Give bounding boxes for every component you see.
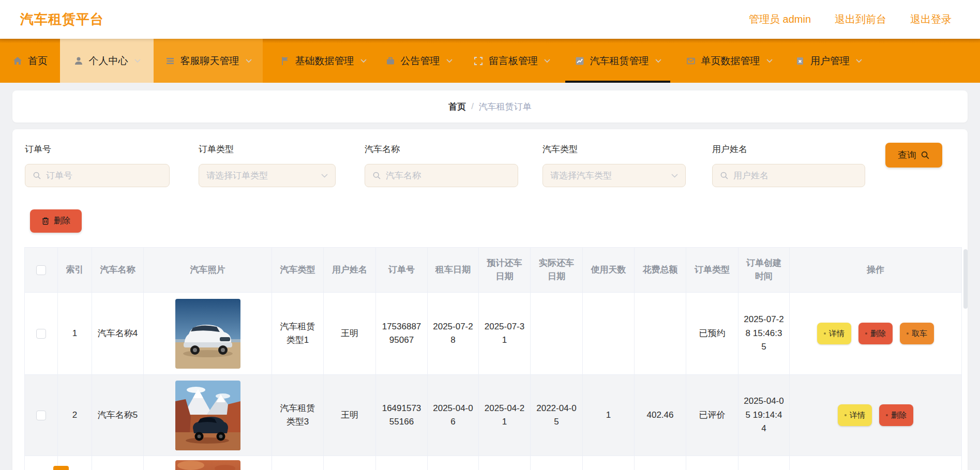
col-header-car-type: 汽车类型 [272, 248, 324, 293]
col-header-days: 使用天数 [583, 248, 635, 293]
nav-label: 基础数据管理 [295, 54, 354, 68]
nav-item-basic-data[interactable]: 基础数据管理 [270, 39, 376, 83]
cell-rent-date: 2025-07-28 [428, 293, 479, 375]
detail-button-label: 详情 [850, 411, 865, 420]
order-type-select[interactable]: 请选择订单类型 [199, 164, 336, 187]
cell-created [738, 456, 790, 470]
chevron-down-icon [134, 59, 141, 63]
top-header: 汽车租赁平台 管理员 admin 退出到前台 退出登录 [0, 0, 980, 39]
search-icon [921, 150, 930, 160]
chat-list-icon [165, 56, 175, 66]
cell-order-type: 已预约 [686, 293, 738, 375]
breadcrumb-separator: / [471, 101, 474, 112]
nav-label: 个人中心 [89, 54, 128, 68]
cell-car-type [272, 456, 324, 470]
car-type-select[interactable]: 请选择汽车类型 [542, 164, 686, 187]
filter-label: 汽车类型 [542, 143, 686, 155]
cell-actions: 详情 删除 取车 [790, 293, 962, 375]
main-nav: 首页 个人中心 客服聊天管理 基础数据管理 [0, 39, 980, 83]
delete-button[interactable]: 删除 [879, 404, 913, 426]
row-checkbox-cell [25, 375, 58, 456]
detail-button[interactable]: 详情 [838, 404, 872, 426]
search-icon [33, 171, 41, 180]
frame-icon [473, 56, 484, 66]
delete-button-label: 删除 [891, 411, 907, 420]
nav-item-user-management[interactable]: 用户管理 [785, 39, 872, 83]
cell-car-photo [144, 293, 272, 375]
cell-actions [790, 456, 962, 470]
order-no-input[interactable] [46, 171, 162, 181]
filter-field-car-type: 汽车类型 请选择汽车类型 [542, 143, 686, 187]
row-checkbox-cell [25, 293, 58, 375]
active-nav-indicator [565, 81, 670, 83]
exit-to-front-link[interactable]: 退出到前台 [835, 12, 886, 26]
nav-label: 公告管理 [401, 54, 440, 68]
nav-label: 客服聊天管理 [180, 54, 239, 68]
cell-car-type: 汽车租赁类型3 [272, 375, 324, 456]
delete-mini-icon [886, 414, 888, 416]
car-name-input[interactable] [386, 171, 510, 181]
logout-link[interactable]: 退出登录 [910, 12, 952, 26]
app-root: 汽车租赁平台 管理员 admin 退出到前台 退出登录 首页 个人中心 [0, 0, 980, 470]
nav-item-profile[interactable]: 个人中心 [60, 39, 154, 83]
nav-item-chat-management[interactable]: 客服聊天管理 [154, 39, 263, 83]
col-header-expected-return: 预计还车日期 [479, 248, 531, 293]
admin-user-link[interactable]: 管理员 admin [749, 12, 811, 26]
nav-item-message-board[interactable]: 留言板管理 [461, 39, 562, 83]
col-header-created: 订单创建时间 [738, 248, 790, 293]
cell-actual-return: 2022-04-05 [531, 375, 583, 456]
cell-car-name [92, 456, 144, 470]
cell-rent-date: 2025-04-06 [428, 375, 479, 456]
cell-actual-return [531, 456, 583, 470]
nav-item-announcement[interactable]: 公告管理 [376, 39, 461, 83]
nav-item-car-rental-management[interactable]: 汽车租赁管理 [562, 39, 673, 83]
cell-total [635, 293, 686, 375]
cell-created: 2025-04-05 19:14:44 [738, 375, 790, 456]
cell-order-no: 1649157355166 [376, 375, 428, 456]
trash-icon [41, 217, 50, 225]
col-header-total: 花费总额 [635, 248, 686, 293]
row-checkbox[interactable] [36, 329, 46, 339]
table-scrollbar-thumb[interactable] [963, 249, 968, 309]
chevron-down-icon [360, 59, 367, 63]
col-header-actions: 操作 [790, 248, 962, 293]
delete-button[interactable]: 删除 [858, 323, 893, 344]
filter-field-order-no: 订单号 [25, 143, 170, 187]
filter-label: 订单类型 [199, 143, 336, 155]
pickup-mini-icon [907, 332, 909, 335]
select-all-checkbox[interactable] [36, 265, 46, 275]
nav-label: 汽车租赁管理 [590, 54, 649, 68]
delete-button-label: 删除 [54, 216, 70, 226]
nav-item-home[interactable]: 首页 [0, 39, 60, 83]
table-header-row: 索引 汽车名称 汽车照片 汽车类型 用户姓名 订单号 租车日期 预计还车日期 实… [25, 248, 962, 293]
user-name-input[interactable] [733, 171, 857, 181]
cell-index: 1 [58, 293, 92, 375]
cell-days [583, 456, 635, 470]
bulk-delete-button[interactable]: 删除 [30, 209, 82, 233]
chevron-down-icon [246, 59, 252, 63]
filter-label: 汽车名称 [365, 143, 518, 155]
user-card-icon [795, 56, 805, 66]
mail-icon [686, 56, 696, 66]
filter-label: 用户姓名 [712, 143, 865, 155]
col-header-user-name: 用户姓名 [324, 248, 376, 293]
flag-icon [280, 56, 290, 66]
briefcase-icon [385, 56, 396, 66]
pickup-button[interactable]: 取车 [900, 323, 934, 344]
filter-field-car-name: 汽车名称 [365, 143, 518, 187]
pickup-button-label: 取车 [912, 329, 927, 339]
cell-rent-date [428, 456, 479, 470]
breadcrumb-home[interactable]: 首页 [448, 101, 466, 113]
nav-item-single-page-data[interactable]: 单页数据管理 [673, 39, 785, 83]
query-button[interactable]: 查询 [885, 143, 942, 168]
row-checkbox[interactable] [36, 411, 46, 420]
partial-clipped-orange-element [53, 466, 69, 470]
table-row: 2 汽车名称5 [25, 375, 962, 456]
cell-user-name: 王明 [324, 375, 376, 456]
chevron-down-icon [766, 59, 773, 63]
user-icon [73, 56, 84, 66]
detail-button[interactable]: 详情 [817, 323, 851, 344]
chevron-down-icon [544, 59, 550, 63]
content-panel: 订单号 订单类型 请选择订单类型 汽车名称 [12, 129, 968, 470]
table-row: 1 汽车名称4 [25, 293, 962, 375]
